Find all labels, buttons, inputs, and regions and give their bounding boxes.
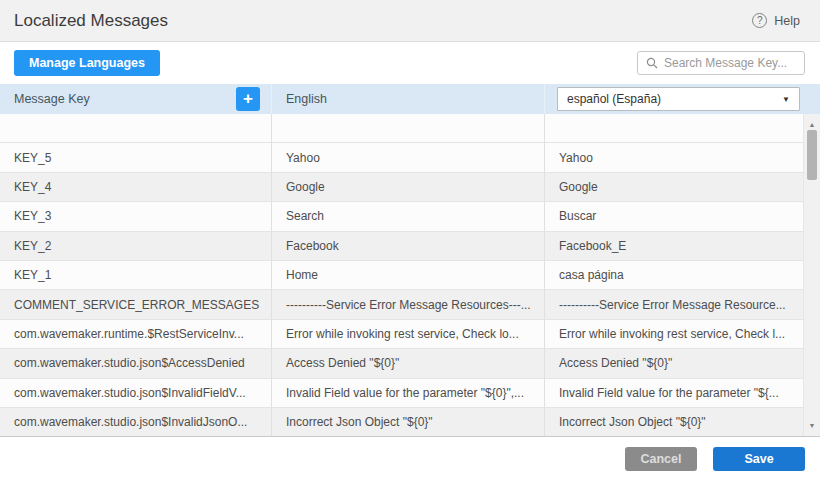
help-icon: ? [752, 13, 767, 28]
chevron-down-icon: ▼ [782, 95, 790, 104]
message-key-header-label: Message Key [14, 92, 90, 106]
footer-actions: Cancel Save [0, 437, 820, 487]
search-icon [646, 57, 658, 69]
english-cell[interactable] [272, 114, 545, 142]
english-cell[interactable]: Home [272, 261, 545, 289]
english-cell[interactable]: Search [272, 202, 545, 230]
translation-cell[interactable]: Incorrect Json Object "${0}" [545, 408, 803, 436]
grid-rows: KEY_5 Yahoo Yahoo KEY_4 Google Google KE… [0, 114, 820, 437]
add-message-key-button[interactable]: + [236, 87, 260, 111]
english-cell[interactable]: Incorrect Json Object "${0}" [272, 408, 545, 436]
table-row: KEY_1 Home casa página [0, 261, 820, 290]
english-cell[interactable]: Invalid Field value for the parameter "$… [272, 379, 545, 407]
localized-messages-panel: Localized Messages ? Help Manage Languag… [0, 0, 820, 487]
scroll-down-icon[interactable]: ▼ [804, 417, 820, 434]
language-select[interactable]: español (España) ▼ [557, 87, 800, 111]
table-row: KEY_5 Yahoo Yahoo [0, 143, 820, 172]
search-box[interactable] [637, 51, 805, 75]
translation-cell[interactable]: Invalid Field value for the parameter "$… [545, 379, 803, 407]
cancel-button[interactable]: Cancel [625, 447, 697, 471]
translation-cell[interactable] [545, 114, 803, 142]
english-cell[interactable]: Google [272, 173, 545, 201]
table-row: com.wavemaker.studio.json$InvalidFieldV.… [0, 379, 820, 408]
table-row: KEY_4 Google Google [0, 173, 820, 202]
message-key-cell[interactable]: com.wavemaker.studio.json$AccessDenied [0, 349, 272, 377]
language-select-value: español (España) [567, 92, 661, 106]
table-row: COMMENT_SERVICE_ERROR_MESSAGES ---------… [0, 290, 820, 319]
search-input[interactable] [664, 56, 796, 70]
column-header-language: español (España) ▼ [545, 84, 820, 114]
translation-cell[interactable]: Error while invoking rest service, Check… [545, 320, 803, 348]
english-cell[interactable]: Yahoo [272, 143, 545, 171]
message-key-cell[interactable]: KEY_3 [0, 202, 272, 230]
message-key-cell[interactable]: com.wavemaker.studio.json$InvalidFieldV.… [0, 379, 272, 407]
translation-cell[interactable]: Buscar [545, 202, 803, 230]
vertical-scrollbar[interactable]: ▲ ▼ [803, 114, 820, 436]
translation-cell[interactable]: Facebook_E [545, 232, 803, 260]
scrollbar-thumb[interactable] [807, 130, 817, 180]
translation-cell[interactable]: Access Denied "${0}" [545, 349, 803, 377]
messages-grid: Message Key + English español (España) ▼ [0, 84, 820, 437]
column-header-message-key: Message Key + [0, 84, 272, 114]
table-row: com.wavemaker.studio.json$AccessDenied A… [0, 349, 820, 378]
title-bar: Localized Messages ? Help [0, 0, 820, 42]
message-key-cell[interactable]: KEY_2 [0, 232, 272, 260]
grid-header: Message Key + English español (España) ▼ [0, 84, 820, 114]
table-row [0, 114, 820, 143]
translation-cell[interactable]: Yahoo [545, 143, 803, 171]
message-key-cell[interactable]: COMMENT_SERVICE_ERROR_MESSAGES [0, 290, 272, 318]
message-key-cell[interactable] [0, 114, 272, 142]
message-key-cell[interactable]: KEY_1 [0, 261, 272, 289]
english-cell[interactable]: Access Denied "${0}" [272, 349, 545, 377]
message-key-cell[interactable]: KEY_5 [0, 143, 272, 171]
table-row: KEY_3 Search Buscar [0, 202, 820, 231]
save-button[interactable]: Save [713, 447, 805, 471]
table-row: com.wavemaker.studio.json$InvalidJsonO..… [0, 408, 820, 437]
translation-cell[interactable]: ----------Service Error Message Resource… [545, 290, 803, 318]
toolbar: Manage Languages [0, 42, 820, 84]
message-key-cell[interactable]: KEY_4 [0, 173, 272, 201]
message-key-cell[interactable]: com.wavemaker.runtime.$RestServiceInv... [0, 320, 272, 348]
english-cell[interactable]: Facebook [272, 232, 545, 260]
grid-body: KEY_5 Yahoo Yahoo KEY_4 Google Google KE… [0, 114, 820, 437]
english-cell[interactable]: ----------Service Error Message Resource… [272, 290, 545, 318]
table-row: KEY_2 Facebook Facebook_E [0, 232, 820, 261]
table-row: com.wavemaker.runtime.$RestServiceInv...… [0, 320, 820, 349]
translation-cell[interactable]: Google [545, 173, 803, 201]
page-title: Localized Messages [14, 11, 168, 31]
english-header-label: English [286, 92, 327, 106]
message-key-cell[interactable]: com.wavemaker.studio.json$InvalidJsonO..… [0, 408, 272, 436]
column-header-english: English [272, 84, 545, 114]
help-label: Help [774, 14, 800, 28]
translation-cell[interactable]: casa página [545, 261, 803, 289]
manage-languages-button[interactable]: Manage Languages [14, 50, 160, 76]
help-link[interactable]: ? Help [752, 13, 800, 28]
english-cell[interactable]: Error while invoking rest service, Check… [272, 320, 545, 348]
